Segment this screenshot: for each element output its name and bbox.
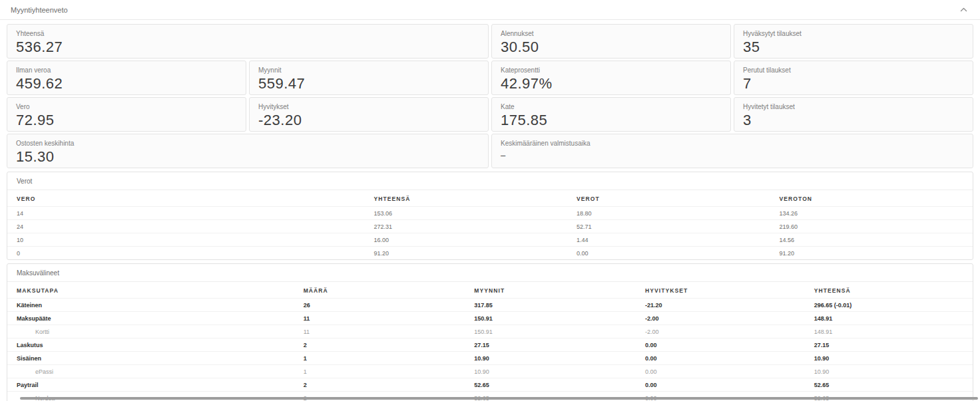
taxes-panel: Verot VERO YHTEENSÄ VEROT VEROTON 14 153…	[7, 172, 973, 260]
payment-count-cell: 26	[294, 299, 465, 312]
payment-methods-panel: Maksuvälineet MAKSUTAPA MÄÄRÄ MYYNNIT HY…	[7, 263, 973, 401]
payment-count-cell: 2	[294, 338, 465, 352]
stat-label: Perutut tilaukset	[743, 67, 964, 74]
payment-count-cell: 11	[294, 325, 465, 338]
payment-total-cell: 296.65 (-0.01)	[805, 299, 973, 312]
stat-value: 35	[743, 39, 964, 55]
payment-total-cell: 27.15	[805, 338, 973, 352]
stat-label: Yhteensä	[16, 30, 479, 38]
stat-card-refunded-orders: Hyvitetyt tilaukset 3	[734, 97, 973, 132]
stat-card-total: Yhteensä 536.27	[7, 24, 489, 59]
tax-row: 24 272.31 52.71 219.60	[7, 220, 973, 233]
column-header-maksutapa: MAKSUTAPA	[7, 282, 294, 299]
stat-card-sales: Myynnit 559.47	[249, 61, 489, 95]
stat-label: Ostosten keskihinta	[16, 140, 479, 148]
stat-value: 175.85	[501, 112, 722, 128]
stat-label: Hyväksytyt tilaukset	[743, 30, 964, 38]
stat-value: 72.95	[16, 112, 237, 128]
stat-card-margin: Kate 175.85	[491, 97, 731, 132]
collapse-panel-button[interactable]	[958, 5, 969, 14]
payment-count-cell: 1	[294, 352, 465, 365]
stat-card-refunds: Hyvitykset -23.20	[249, 97, 489, 132]
payment-method-cell: Käteinen	[7, 299, 294, 312]
payment-sales-cell: 27.15	[465, 338, 636, 352]
tax-total-cell: 91.20	[365, 247, 568, 260]
stat-value: 30.50	[501, 39, 722, 55]
tax-rate-cell: 24	[7, 220, 365, 233]
horizontal-scrollbar-thumb[interactable]	[20, 397, 978, 400]
payment-total-cell: 148.91	[805, 312, 973, 325]
stat-value: 536.27	[16, 39, 479, 55]
tax-rate-cell: 0	[7, 247, 365, 260]
payment-refunds-cell: 0.00	[636, 365, 805, 378]
stat-label: Alennukset	[501, 30, 722, 38]
tax-rate-cell: 10	[7, 233, 365, 247]
payment-refunds-cell: -2.00	[636, 312, 805, 325]
stat-card-margin-percent: Kateprosentti 42.97%	[491, 61, 731, 95]
tax-amount-cell: 1.44	[567, 233, 770, 247]
taxes-panel-title: Verot	[7, 172, 973, 190]
stat-label: Ilman veroa	[16, 67, 237, 74]
tax-exclusive-cell: 219.60	[770, 220, 973, 233]
tax-total-cell: 272.31	[365, 220, 568, 233]
stat-card-average-purchase: Ostosten keskihinta 15.30	[7, 134, 489, 168]
tax-exclusive-cell: 91.20	[770, 247, 973, 260]
stat-value: -23.20	[258, 112, 479, 128]
payment-sales-cell: 52.65	[465, 378, 636, 392]
column-header-veroton: VEROTON	[770, 190, 973, 207]
payment-method-cell: Paytrail	[7, 378, 294, 392]
payment-refunds-cell: -2.00	[636, 325, 805, 338]
tax-amount-cell: 0.00	[567, 247, 770, 260]
column-header-yhteensa: YHTEENSÄ	[365, 190, 568, 207]
tax-total-cell: 16.00	[365, 233, 568, 247]
payment-sales-cell: 150.91	[465, 312, 636, 325]
payment-row-kateinen: Käteinen 26 317.85 -21.20 296.65 (-0.01)	[7, 299, 973, 312]
payment-method-cell: Maksupääte	[7, 312, 294, 325]
taxes-table: VERO YHTEENSÄ VEROT VEROTON 14 153.06 18…	[7, 190, 973, 259]
payment-methods-table: MAKSUTAPA MÄÄRÄ MYYNNIT HYVITYKSET YHTEE…	[7, 282, 973, 401]
column-header-verot: VEROT	[567, 190, 770, 207]
tax-exclusive-cell: 14.56	[770, 233, 973, 247]
payment-total-cell: 52.65	[805, 378, 973, 392]
tax-row: 0 91.20 0.00 91.20	[7, 247, 973, 260]
stat-label: Kateprosentti	[501, 67, 722, 74]
payment-table-header: MAKSUTAPA MÄÄRÄ MYYNNIT HYVITYKSET YHTEE…	[7, 282, 973, 299]
payment-refunds-cell: 0.00	[636, 338, 805, 352]
tax-row: 14 153.06 18.80 134.26	[7, 207, 973, 220]
tax-row: 10 16.00 1.44 14.56	[7, 233, 973, 247]
tax-amount-cell: 52.71	[567, 220, 770, 233]
stat-card-tax: Vero 72.95	[7, 97, 246, 132]
page-title: Myyntiyhteenveto	[11, 6, 68, 14]
payment-row-maksupaate: Maksupääte 11 150.91 -2.00 148.91	[7, 312, 973, 325]
stat-card-without-tax: Ilman veroa 459.62	[7, 61, 246, 95]
tax-total-cell: 153.06	[365, 207, 568, 220]
stat-value: 3	[743, 112, 964, 128]
column-header-maara: MÄÄRÄ	[294, 282, 465, 299]
stat-value: –	[501, 149, 964, 162]
payment-methods-panel-title: Maksuvälineet	[7, 264, 973, 282]
stat-label: Hyvitykset	[258, 103, 479, 111]
payment-method-cell: Laskutus	[7, 338, 294, 352]
chevron-up-icon	[960, 7, 967, 12]
payment-sales-cell: 10.90	[465, 365, 636, 378]
payment-sales-cell: 150.91	[465, 325, 636, 338]
payment-row-laskutus: Laskutus 2 27.15 0.00 27.15	[7, 338, 973, 352]
stat-value: 15.30	[16, 149, 479, 165]
stat-value: 459.62	[16, 76, 237, 92]
payment-subrow-kortti: Kortti 11 150.91 -2.00 148.91	[7, 325, 973, 338]
stat-label: Hyvitetyt tilaukset	[743, 103, 964, 111]
payment-refunds-cell: 0.00	[636, 352, 805, 365]
payment-count-cell: 2	[294, 378, 465, 392]
payment-total-cell: 10.90	[805, 352, 973, 365]
payment-count-cell: 11	[294, 312, 465, 325]
stat-label: Kate	[501, 103, 722, 111]
summary-header-bar: Myyntiyhteenveto	[0, 0, 980, 20]
payment-row-paytrail: Paytrail 2 52.65 0.00 52.65	[7, 378, 973, 392]
payment-refunds-cell: 0.00	[636, 378, 805, 392]
column-header-vero: VERO	[7, 190, 365, 207]
payment-refunds-cell: -21.20	[636, 299, 805, 312]
stat-card-approved-orders: Hyväksytyt tilaukset 35	[734, 24, 973, 59]
payment-sales-cell: 317.85	[465, 299, 636, 312]
payment-total-cell: 10.90	[805, 365, 973, 378]
report-content: Yhteensä 536.27 Alennukset 30.50 Hyväksy…	[0, 20, 980, 401]
